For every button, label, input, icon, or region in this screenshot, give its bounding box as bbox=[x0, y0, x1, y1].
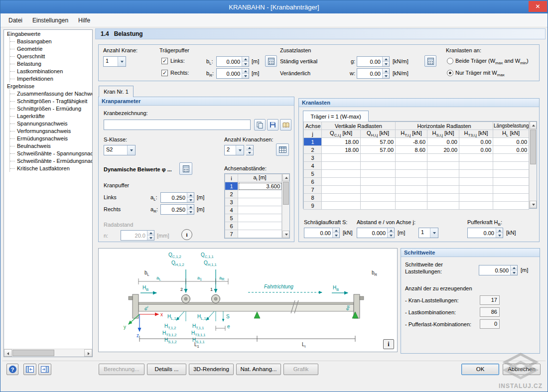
load-row[interactable]: 218.0057.008.6020.000.000.00 bbox=[304, 146, 529, 154]
al-input[interactable] bbox=[161, 193, 187, 202]
load-row[interactable]: 7 bbox=[304, 186, 529, 194]
axle-table-scrollbar[interactable] bbox=[282, 174, 289, 238]
scrollbar-thumb[interactable] bbox=[12, 350, 54, 356]
buffer-calculator-button[interactable] bbox=[265, 55, 277, 67]
nur-traeger-radio[interactable] bbox=[447, 70, 453, 76]
sidebar-item-schweissnaehte-spannung[interactable]: Schweißnähte - Spannungsnac bbox=[10, 149, 92, 157]
schrittweite-input[interactable] bbox=[479, 265, 510, 275]
kranbezeichnung-field[interactable] bbox=[104, 120, 251, 130]
dynamic-factors-calculator-button[interactable] bbox=[179, 162, 192, 175]
al-spinner[interactable] bbox=[187, 193, 194, 202]
schraeglauf-spinner[interactable] bbox=[332, 228, 339, 238]
axle-row[interactable]: 4 bbox=[225, 206, 282, 214]
schrittweite-field[interactable] bbox=[479, 265, 518, 275]
g-field[interactable] bbox=[357, 56, 390, 67]
sidebar-item-belastung[interactable]: Belastung bbox=[10, 60, 92, 67]
wheel-spacing-info-button[interactable]: i bbox=[181, 229, 192, 240]
achse-dropdown[interactable]: 1 bbox=[418, 228, 438, 238]
beide-traeger-radio[interactable] bbox=[447, 58, 453, 64]
g-spinner[interactable] bbox=[382, 57, 389, 66]
anzahl-kranachsen-dropdown[interactable]: 2 bbox=[224, 145, 244, 155]
sidebar-item-schnittgroessen-trag[interactable]: Schnittgrößen - Tragfähigkeit bbox=[10, 97, 92, 105]
anzahl-krane-dropdown[interactable]: 1 bbox=[103, 56, 126, 67]
dock-panel-right-button[interactable] bbox=[38, 364, 51, 375]
load-row[interactable]: 5 bbox=[304, 170, 529, 178]
sidebar-item-geometrie[interactable]: Geometrie bbox=[10, 45, 92, 52]
sidebar-item-ergebnisse[interactable]: Ergebnisse bbox=[4, 82, 92, 90]
scroll-up-button[interactable] bbox=[282, 174, 289, 181]
sidebar-item-basisangaben[interactable]: Basisangaben bbox=[10, 37, 92, 45]
sidebar-item-verformungsnachweis[interactable]: Verformungsnachweis bbox=[10, 127, 92, 134]
rechts-checkbox[interactable]: ✓ bbox=[161, 70, 168, 76]
sidebar-item-lagerkraefte[interactable]: Lagerkräfte bbox=[10, 112, 92, 120]
w-spinner[interactable] bbox=[382, 69, 389, 78]
g-input[interactable] bbox=[357, 57, 382, 66]
pufferkraft-spinner[interactable] bbox=[496, 228, 503, 238]
kranachsen-stepper[interactable] bbox=[246, 145, 254, 155]
chevron-down-icon[interactable] bbox=[127, 145, 135, 155]
w-field[interactable] bbox=[357, 68, 390, 79]
details-button[interactable]: Details ... bbox=[147, 364, 186, 375]
sidebar-item-lastkombinationen[interactable]: Lastkombinationen bbox=[10, 67, 92, 75]
ar-input[interactable] bbox=[161, 205, 187, 214]
pufferkraft-input[interactable] bbox=[468, 228, 496, 238]
scrollbar-track[interactable] bbox=[55, 349, 84, 357]
sidebar-item-spannungsnachweis[interactable]: Spannungsnachweis bbox=[10, 120, 92, 127]
nat-anhang-button[interactable]: Nat. Anhang... bbox=[236, 364, 281, 375]
load-row[interactable]: 118.0057.00-8.600.000.000.00 bbox=[304, 138, 529, 146]
chevron-down-icon[interactable] bbox=[430, 228, 438, 238]
scroll-left-button[interactable] bbox=[4, 349, 12, 357]
scrollbar-thumb[interactable] bbox=[283, 182, 289, 205]
pufferkraft-field[interactable] bbox=[467, 228, 503, 238]
tab-traeger-1[interactable]: Träger i = 1 (W-max) bbox=[303, 111, 369, 122]
beide-traeger-label[interactable]: Beide Träger (Wmax and Wmin) bbox=[455, 58, 529, 65]
chevron-down-icon[interactable] bbox=[236, 145, 244, 155]
scroll-right-button[interactable] bbox=[84, 349, 92, 357]
ar-spinner[interactable] bbox=[187, 205, 194, 214]
axle-row[interactable]: 13.600 bbox=[225, 182, 282, 190]
kranachsen-spinner[interactable] bbox=[246, 145, 253, 155]
sidebar-item-zusammenfassung[interactable]: Zusammenfassung der Nachwei bbox=[10, 90, 92, 97]
al-field[interactable] bbox=[160, 192, 194, 203]
abstand-field[interactable] bbox=[357, 228, 395, 238]
sidebar-item-eingabewerte[interactable]: Eingabewerte bbox=[4, 30, 92, 37]
rechts-label[interactable]: Rechts: bbox=[170, 70, 189, 76]
schraeglauf-field[interactable] bbox=[304, 228, 340, 238]
library-button[interactable] bbox=[280, 119, 291, 131]
axle-row[interactable]: 3 bbox=[225, 198, 282, 206]
br-input[interactable] bbox=[217, 69, 242, 78]
sidebar-item-beulnachweis[interactable]: Beulnachweis bbox=[10, 142, 92, 149]
bl-spinner[interactable] bbox=[242, 57, 249, 66]
load-calculator-button[interactable] bbox=[424, 55, 436, 67]
help-button[interactable]: ? bbox=[6, 364, 18, 375]
copy-button[interactable] bbox=[254, 119, 266, 131]
load-row[interactable]: 9 bbox=[304, 202, 529, 210]
scroll-down-button[interactable] bbox=[530, 201, 537, 208]
kranbezeichnung-input[interactable] bbox=[104, 120, 250, 130]
axle-row[interactable]: 2 bbox=[225, 190, 282, 198]
axle-row[interactable]: 7 bbox=[225, 230, 282, 238]
titlebar[interactable]: KRANBAHN - [Kranbahnträger] ✕ bbox=[0, 0, 548, 13]
diagram-info-button[interactable]: i bbox=[383, 339, 394, 349]
w-input[interactable] bbox=[357, 69, 382, 78]
axle-table-button[interactable] bbox=[276, 143, 289, 156]
sidebar-item-kritische-lastfaktoren[interactable]: Kritische Lastfaktoren bbox=[10, 164, 92, 172]
ar-field[interactable] bbox=[160, 204, 194, 215]
load-row[interactable]: 4 bbox=[304, 162, 529, 170]
scroll-down-button[interactable] bbox=[282, 231, 289, 238]
bl-input[interactable] bbox=[217, 57, 242, 66]
axle-row[interactable]: 5 bbox=[225, 214, 282, 222]
sidebar-item-schnittgroessen-erm[interactable]: Schnittgrößen - Ermüdung bbox=[10, 105, 92, 112]
rendering-3d-button[interactable]: 3D-Rendering bbox=[189, 364, 234, 375]
close-button[interactable]: ✕ bbox=[529, 1, 547, 12]
axle-row[interactable]: 6 bbox=[225, 222, 282, 230]
dock-panel-left-button[interactable] bbox=[23, 364, 36, 375]
load-row[interactable]: 3 bbox=[304, 154, 529, 162]
br-field[interactable] bbox=[216, 68, 249, 79]
sidebar-item-ermuedungsnachweis[interactable]: Ermüdungsnachweis bbox=[10, 134, 92, 142]
scroll-up-button[interactable] bbox=[530, 122, 537, 129]
bl-field[interactable] bbox=[216, 56, 249, 67]
chevron-down-icon[interactable] bbox=[118, 57, 126, 66]
menu-datei[interactable]: Datei bbox=[3, 15, 27, 26]
kranlasten-table-scrollbar[interactable] bbox=[529, 122, 537, 208]
